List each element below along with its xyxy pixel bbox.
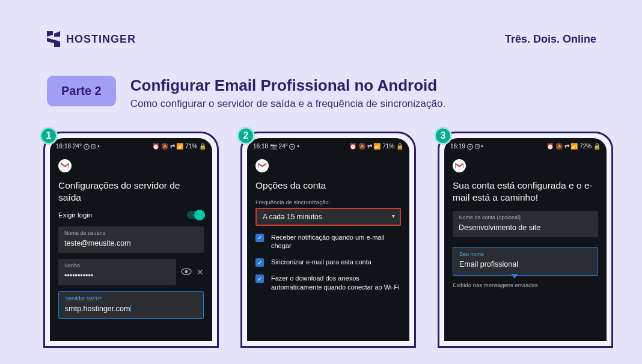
phone-frame: 16:18 24° ⨀ ⊡ • ⏰ 🔕 ⇄ 📶 71% 🔒 Configuraç… xyxy=(43,132,219,348)
your-name-field[interactable]: Seu nome Email profissional xyxy=(453,247,598,276)
status-right: ⏰ 🔕 ⇄ 📶 71% 🔒 xyxy=(349,143,403,150)
status-time: 16:18 xyxy=(253,143,268,150)
brand-logo: HOSTINGER xyxy=(47,31,136,47)
username-label: Nome de usuário xyxy=(64,230,198,236)
smtp-label: Servidor SMTP xyxy=(65,296,197,302)
status-right: ⏰ 🔕 ⇄ 📶 72% 🔒 xyxy=(546,143,601,150)
status-extra: ⨀ ⊡ • xyxy=(467,143,483,150)
status-extra: 24° ⨀ ⊡ • xyxy=(73,143,100,150)
status-extra: 📷 24° ⨀ • xyxy=(270,143,299,150)
text-cursor xyxy=(130,305,131,312)
text-cursor-handle-icon[interactable] xyxy=(511,274,518,279)
phone-screen: 16:19 ⨀ ⊡ • ⏰ 🔕 ⇄ 📶 72% 🔒 Sua conta está… xyxy=(444,138,607,341)
brand-tagline: Três. Dois. Online xyxy=(505,33,596,46)
option-attachments-label: Fazer o download dos anexos automaticame… xyxy=(271,274,401,292)
phone-frame: 16:18 📷 24° ⨀ • ⏰ 🔕 ⇄ 📶 71% 🔒 Opções da … xyxy=(240,132,416,348)
step-2: 2 16:18 📷 24° ⨀ • ⏰ 🔕 ⇄ 📶 71% 🔒 Opções d… xyxy=(240,132,416,348)
option-notify-label: Receber notificação quando um e-mail che… xyxy=(271,233,401,251)
page-title: Configurar Email Profissional no Android xyxy=(130,76,445,96)
require-login-label: Exigir login xyxy=(58,211,92,219)
svg-marker-2 xyxy=(47,38,60,47)
status-bar: 16:19 ⨀ ⊡ • ⏰ 🔕 ⇄ 📶 72% 🔒 xyxy=(444,138,607,153)
svg-point-4 xyxy=(185,270,188,273)
phone-screen: 16:18 24° ⨀ ⊡ • ⏰ 🔕 ⇄ 📶 71% 🔒 Configuraç… xyxy=(50,138,212,341)
eye-icon[interactable] xyxy=(181,267,192,278)
phone-screen: 16:18 📷 24° ⨀ • ⏰ 🔕 ⇄ 📶 71% 🔒 Opções da … xyxy=(247,138,409,341)
checkbox-checked-icon[interactable]: ✓ xyxy=(255,258,264,267)
option-sync-label: Sincronizar e-mail para esta conta xyxy=(271,258,371,267)
password-label: Senha xyxy=(64,262,170,268)
phone-frame: 16:19 ⨀ ⊡ • ⏰ 🔕 ⇄ 📶 72% 🔒 Sua conta está… xyxy=(438,132,613,348)
gmail-icon xyxy=(453,159,466,172)
page-subtitle: Como configurar o servidor de saída e a … xyxy=(130,98,445,110)
screen-title: Opções da conta xyxy=(255,180,401,192)
screen-title: Configurações do servidor de saída xyxy=(58,180,204,204)
require-login-toggle[interactable] xyxy=(187,211,204,219)
status-right: ⏰ 🔕 ⇄ 📶 71% 🔒 xyxy=(152,143,206,150)
gmail-icon xyxy=(58,159,72,172)
smtp-value: smtp.hostinger.com xyxy=(65,305,130,313)
password-value: ••••••••••• xyxy=(64,271,93,280)
username-value: teste@meusite.com xyxy=(64,239,131,247)
status-bar: 16:18 24° ⨀ ⊡ • ⏰ 🔕 ⇄ 📶 71% 🔒 xyxy=(50,138,212,153)
page-header: HOSTINGER Três. Dois. Online xyxy=(0,0,642,47)
step-number-badge: 2 xyxy=(237,127,255,145)
sync-frequency-value: A cada 15 minutos xyxy=(263,213,322,221)
hostinger-logo-icon xyxy=(47,31,60,47)
step-3: 3 16:19 ⨀ ⊡ • ⏰ 🔕 ⇄ 📶 72% 🔒 Sua conta es… xyxy=(438,132,613,348)
your-name-value: Email profissional xyxy=(459,260,518,268)
phones-row: 1 16:18 24° ⨀ ⊡ • ⏰ 🔕 ⇄ 📶 71% 🔒 Configur… xyxy=(0,110,642,348)
require-login-row: Exigir login xyxy=(58,211,204,219)
checkbox-checked-icon[interactable]: ✓ xyxy=(255,234,264,242)
step-number-badge: 3 xyxy=(434,127,452,145)
svg-marker-1 xyxy=(54,31,60,37)
svg-marker-0 xyxy=(47,31,53,37)
your-name-label: Seu nome xyxy=(459,251,592,257)
part-badge: Parte 2 xyxy=(47,76,116,106)
smtp-field[interactable]: Servidor SMTP smtp.hostinger.com xyxy=(58,291,204,319)
option-sync-row[interactable]: ✓ Sincronizar e-mail para esta conta xyxy=(255,258,401,267)
option-attachments-row[interactable]: ✓ Fazer o download dos anexos automatica… xyxy=(255,274,401,292)
screen-title: Sua conta está configurada e o e-mail es… xyxy=(453,180,598,204)
option-notify-row[interactable]: ✓ Receber notificação quando um e-mail c… xyxy=(255,233,401,251)
sync-frequency-select[interactable]: A cada 15 minutos xyxy=(255,208,401,226)
status-time: 16:19 xyxy=(450,143,465,150)
sync-frequency-label: Frequência de sincronização: xyxy=(255,199,401,205)
account-name-label: Nome da conta (opcional) xyxy=(459,214,592,220)
password-field[interactable]: Senha ••••••••••• xyxy=(58,259,176,285)
title-block: Configurar Email Profissional no Android… xyxy=(130,76,445,110)
clear-icon[interactable]: ✕ xyxy=(197,267,204,277)
step-1: 1 16:18 24° ⨀ ⊡ • ⏰ 🔕 ⇄ 📶 71% 🔒 Configur… xyxy=(43,132,219,348)
your-name-hint: Exibido nas mensagens enviadas xyxy=(453,282,598,288)
step-number-badge: 1 xyxy=(40,127,58,145)
title-row: Parte 2 Configurar Email Profissional no… xyxy=(0,47,642,110)
account-name-field[interactable]: Nome da conta (opcional) Desenvolvimento… xyxy=(453,211,598,237)
gmail-icon xyxy=(255,159,269,172)
status-time: 16:18 xyxy=(56,143,71,150)
username-field[interactable]: Nome de usuário teste@meusite.com xyxy=(58,226,204,253)
account-name-value: Desenvolvimento de site xyxy=(459,223,540,232)
status-bar: 16:18 📷 24° ⨀ • ⏰ 🔕 ⇄ 📶 71% 🔒 xyxy=(247,138,409,153)
brand-name: HOSTINGER xyxy=(66,33,136,46)
checkbox-checked-icon[interactable]: ✓ xyxy=(255,275,264,283)
